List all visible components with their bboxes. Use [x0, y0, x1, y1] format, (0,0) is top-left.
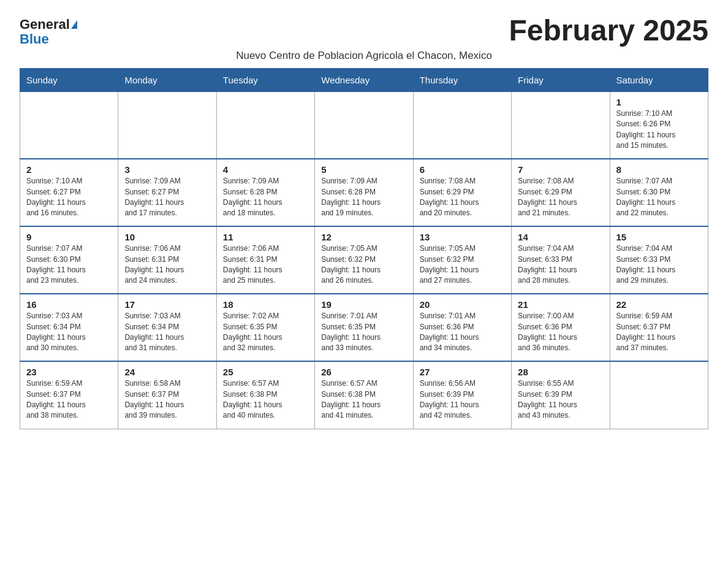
calendar-cell: 13Sunrise: 7:05 AM Sunset: 6:32 PM Dayli… [413, 226, 511, 294]
day-number: 4 [223, 164, 308, 175]
weekday-header-saturday: Saturday [610, 68, 708, 91]
calendar-cell: 6Sunrise: 7:08 AM Sunset: 6:29 PM Daylig… [413, 159, 511, 226]
weekday-header-sunday: Sunday [20, 68, 118, 91]
day-info: Sunrise: 7:04 AM Sunset: 6:33 PM Dayligh… [518, 243, 603, 286]
day-info: Sunrise: 7:09 AM Sunset: 6:28 PM Dayligh… [223, 176, 308, 219]
weekday-header-wednesday: Wednesday [315, 68, 413, 91]
day-info: Sunrise: 6:56 AM Sunset: 6:39 PM Dayligh… [420, 378, 505, 421]
day-info: Sunrise: 6:57 AM Sunset: 6:38 PM Dayligh… [223, 378, 308, 421]
page-header: General Blue February 2025 [20, 15, 708, 47]
day-number: 1 [616, 97, 702, 107]
day-number: 7 [518, 164, 603, 175]
day-info: Sunrise: 7:10 AM Sunset: 6:27 PM Dayligh… [26, 176, 112, 219]
month-title: February 2025 [509, 15, 708, 47]
day-number: 19 [321, 299, 406, 310]
day-info: Sunrise: 6:55 AM Sunset: 6:39 PM Dayligh… [518, 378, 603, 421]
day-number: 25 [223, 367, 308, 377]
calendar-cell: 27Sunrise: 6:56 AM Sunset: 6:39 PM Dayli… [413, 361, 511, 429]
day-number: 28 [518, 367, 603, 377]
weekday-header-thursday: Thursday [413, 68, 511, 91]
calendar-cell: 22Sunrise: 6:59 AM Sunset: 6:37 PM Dayli… [610, 294, 708, 361]
calendar-week-row: 9Sunrise: 7:07 AM Sunset: 6:30 PM Daylig… [20, 226, 708, 294]
day-info: Sunrise: 7:03 AM Sunset: 6:34 PM Dayligh… [26, 311, 112, 354]
calendar-cell: 1Sunrise: 7:10 AM Sunset: 6:26 PM Daylig… [610, 91, 708, 159]
day-number: 13 [420, 232, 505, 242]
day-number: 11 [223, 232, 308, 242]
calendar-cell: 25Sunrise: 6:57 AM Sunset: 6:38 PM Dayli… [216, 361, 314, 429]
day-info: Sunrise: 7:03 AM Sunset: 6:34 PM Dayligh… [124, 311, 210, 354]
calendar-week-row: 1Sunrise: 7:10 AM Sunset: 6:26 PM Daylig… [20, 91, 708, 159]
day-number: 12 [321, 232, 406, 242]
logo-general: General [20, 17, 70, 32]
day-info: Sunrise: 7:05 AM Sunset: 6:32 PM Dayligh… [321, 243, 406, 286]
day-info: Sunrise: 7:01 AM Sunset: 6:36 PM Dayligh… [420, 311, 505, 354]
weekday-header-monday: Monday [118, 68, 216, 91]
calendar-cell: 7Sunrise: 7:08 AM Sunset: 6:29 PM Daylig… [512, 159, 610, 226]
day-number: 16 [26, 299, 112, 310]
day-info: Sunrise: 6:59 AM Sunset: 6:37 PM Dayligh… [26, 378, 112, 421]
day-info: Sunrise: 7:08 AM Sunset: 6:29 PM Dayligh… [518, 176, 603, 219]
calendar-subtitle: Nuevo Centro de Poblacion Agricola el Ch… [20, 50, 708, 62]
calendar-cell: 11Sunrise: 7:06 AM Sunset: 6:31 PM Dayli… [216, 226, 314, 294]
day-info: Sunrise: 7:04 AM Sunset: 6:33 PM Dayligh… [616, 243, 702, 286]
day-number: 17 [124, 299, 210, 310]
day-number: 14 [518, 232, 603, 242]
day-info: Sunrise: 7:01 AM Sunset: 6:35 PM Dayligh… [321, 311, 406, 354]
calendar-week-row: 2Sunrise: 7:10 AM Sunset: 6:27 PM Daylig… [20, 159, 708, 226]
logo: General Blue [20, 17, 77, 47]
calendar-cell: 5Sunrise: 7:09 AM Sunset: 6:28 PM Daylig… [315, 159, 413, 226]
day-number: 15 [616, 232, 702, 242]
day-info: Sunrise: 7:09 AM Sunset: 6:27 PM Dayligh… [124, 176, 210, 219]
day-number: 27 [420, 367, 505, 377]
calendar-cell: 9Sunrise: 7:07 AM Sunset: 6:30 PM Daylig… [20, 226, 118, 294]
day-number: 26 [321, 367, 406, 377]
calendar-cell [413, 91, 511, 159]
calendar-table: SundayMondayTuesdayWednesdayThursdayFrid… [20, 68, 708, 429]
calendar-cell: 16Sunrise: 7:03 AM Sunset: 6:34 PM Dayli… [20, 294, 118, 361]
calendar-cell: 18Sunrise: 7:02 AM Sunset: 6:35 PM Dayli… [216, 294, 314, 361]
day-number: 8 [616, 164, 702, 175]
calendar-cell: 26Sunrise: 6:57 AM Sunset: 6:38 PM Dayli… [315, 361, 413, 429]
day-number: 5 [321, 164, 406, 175]
day-number: 20 [420, 299, 505, 310]
calendar-cell: 19Sunrise: 7:01 AM Sunset: 6:35 PM Dayli… [315, 294, 413, 361]
day-info: Sunrise: 7:06 AM Sunset: 6:31 PM Dayligh… [223, 243, 308, 286]
day-info: Sunrise: 7:07 AM Sunset: 6:30 PM Dayligh… [616, 176, 702, 219]
calendar-cell: 2Sunrise: 7:10 AM Sunset: 6:27 PM Daylig… [20, 159, 118, 226]
day-number: 9 [26, 232, 112, 242]
logo-triangle-icon [71, 20, 77, 29]
calendar-cell [512, 91, 610, 159]
day-number: 24 [124, 367, 210, 377]
weekday-header-tuesday: Tuesday [216, 68, 314, 91]
calendar-cell: 21Sunrise: 7:00 AM Sunset: 6:36 PM Dayli… [512, 294, 610, 361]
day-number: 10 [124, 232, 210, 242]
calendar-cell: 17Sunrise: 7:03 AM Sunset: 6:34 PM Dayli… [118, 294, 216, 361]
logo-blue: Blue [20, 31, 49, 47]
day-info: Sunrise: 7:00 AM Sunset: 6:36 PM Dayligh… [518, 311, 603, 354]
day-number: 6 [420, 164, 505, 175]
calendar-cell: 23Sunrise: 6:59 AM Sunset: 6:37 PM Dayli… [20, 361, 118, 429]
calendar-cell: 3Sunrise: 7:09 AM Sunset: 6:27 PM Daylig… [118, 159, 216, 226]
day-info: Sunrise: 7:08 AM Sunset: 6:29 PM Dayligh… [420, 176, 505, 219]
calendar-cell [118, 91, 216, 159]
calendar-cell: 24Sunrise: 6:58 AM Sunset: 6:37 PM Dayli… [118, 361, 216, 429]
calendar-cell: 14Sunrise: 7:04 AM Sunset: 6:33 PM Dayli… [512, 226, 610, 294]
day-number: 22 [616, 299, 702, 310]
day-number: 18 [223, 299, 308, 310]
day-number: 2 [26, 164, 112, 175]
day-info: Sunrise: 7:06 AM Sunset: 6:31 PM Dayligh… [124, 243, 210, 286]
day-info: Sunrise: 7:09 AM Sunset: 6:28 PM Dayligh… [321, 176, 406, 219]
calendar-week-row: 16Sunrise: 7:03 AM Sunset: 6:34 PM Dayli… [20, 294, 708, 361]
calendar-cell [20, 91, 118, 159]
day-info: Sunrise: 7:10 AM Sunset: 6:26 PM Dayligh… [616, 109, 702, 151]
day-info: Sunrise: 7:05 AM Sunset: 6:32 PM Dayligh… [420, 243, 505, 286]
calendar-cell [610, 361, 708, 429]
calendar-cell: 4Sunrise: 7:09 AM Sunset: 6:28 PM Daylig… [216, 159, 314, 226]
day-info: Sunrise: 7:07 AM Sunset: 6:30 PM Dayligh… [26, 243, 112, 286]
calendar-cell [216, 91, 314, 159]
calendar-cell: 12Sunrise: 7:05 AM Sunset: 6:32 PM Dayli… [315, 226, 413, 294]
calendar-cell: 20Sunrise: 7:01 AM Sunset: 6:36 PM Dayli… [413, 294, 511, 361]
calendar-cell [315, 91, 413, 159]
day-info: Sunrise: 6:59 AM Sunset: 6:37 PM Dayligh… [616, 311, 702, 354]
weekday-header-friday: Friday [512, 68, 610, 91]
